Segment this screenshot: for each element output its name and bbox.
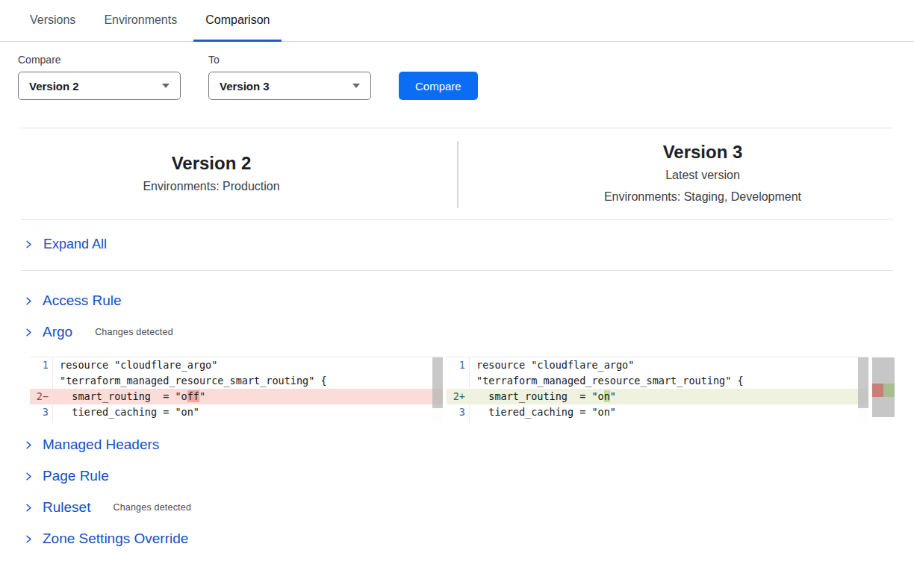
- chevron-right-icon: [24, 503, 34, 513]
- compare-to-field: To Version 3: [208, 54, 371, 100]
- tab-versions[interactable]: Versions: [18, 0, 87, 42]
- sections-list: Access Rule Argo Changes detected 1 reso…: [0, 271, 914, 554]
- added-marker: [883, 384, 895, 397]
- version-right-header: Version 3 Latest version Environments: S…: [457, 141, 893, 207]
- section-title: Page Rule: [43, 468, 109, 484]
- diff-line: 3 tiered_caching = "on": [447, 404, 868, 420]
- diff-overview-ruler[interactable]: [872, 357, 895, 417]
- compare-from-value: Version 2: [29, 80, 79, 93]
- diff-line: "terraform_managed_resource_smart_routin…: [30, 373, 443, 389]
- version-left-title: Version 2: [21, 152, 402, 175]
- compare-from-label: Compare: [18, 54, 181, 66]
- chevron-right-icon: [24, 472, 34, 481]
- version-left-header: Version 2 Environments: Production: [21, 152, 457, 196]
- section-zone-settings-override[interactable]: Zone Settings Override: [21, 523, 914, 554]
- line-code: smart_routing = "on": [470, 389, 616, 404]
- compare-to-label: To: [208, 54, 371, 66]
- line-code: }: [470, 420, 482, 423]
- changes-detected-badge: Changes detected: [95, 327, 173, 337]
- line-number: 1: [447, 357, 470, 373]
- line-code: smart_routing = "off": [53, 389, 205, 404]
- diff-line: 1 resource "cloudflare_argo": [447, 357, 868, 373]
- version-right-environments: Environments: Staging, Development: [512, 187, 893, 207]
- diff-pane-left: 1 resource "cloudflare_argo" "terraform_…: [30, 357, 443, 423]
- version-right-title: Version 3: [512, 141, 893, 163]
- line-code: tiered_caching = "on": [53, 404, 199, 420]
- compare-to-value: Version 3: [220, 80, 270, 93]
- tab-bar: Versions Environments Comparison: [0, 0, 914, 42]
- left-pane-scrollbar[interactable]: [432, 357, 443, 423]
- chevron-right-icon: [24, 240, 34, 249]
- section-managed-headers[interactable]: Managed Headers: [21, 429, 914, 460]
- compare-from-select[interactable]: Version 2: [18, 72, 181, 100]
- expand-all-row: Expand All: [21, 220, 893, 271]
- diff-line: "terraform_managed_resource_smart_routin…: [447, 373, 868, 389]
- diff-line-removed: 2− smart_routing = "off": [30, 389, 443, 404]
- compare-controls: Compare Version 2 To Version 3 Compare: [0, 42, 914, 100]
- expand-all-label: Expand All: [43, 237, 107, 252]
- chevron-down-icon: [162, 84, 170, 88]
- version-right-subtitle: Latest version: [512, 166, 893, 185]
- version-headers: Version 2 Environments: Production Versi…: [21, 128, 893, 220]
- tab-environments[interactable]: Environments: [92, 0, 189, 42]
- scrollbar-thumb[interactable]: [858, 357, 868, 408]
- diff-line: 1 resource "cloudflare_argo": [30, 357, 443, 373]
- tab-comparison[interactable]: Comparison: [193, 0, 282, 42]
- line-code: resource "cloudflare_argo": [470, 357, 634, 373]
- diff-pane-right: 1 resource "cloudflare_argo" "terraform_…: [447, 357, 868, 423]
- line-number: [30, 373, 53, 389]
- compare-button[interactable]: Compare: [399, 72, 478, 100]
- section-title: Argo: [43, 324, 72, 340]
- line-code: "terraform_managed_resource_smart_routin…: [470, 373, 744, 389]
- argo-diff-view: 1 resource "cloudflare_argo" "terraform_…: [30, 357, 914, 423]
- right-pane-scrollbar[interactable]: [858, 357, 868, 423]
- section-page-rule[interactable]: Page Rule: [21, 460, 914, 492]
- line-number: [447, 373, 470, 389]
- line-number: 1: [30, 357, 53, 373]
- version-left-environments: Environments: Production: [21, 177, 402, 196]
- diff-line: }: [30, 420, 443, 423]
- section-access-rule[interactable]: Access Rule: [21, 285, 914, 316]
- line-number: [30, 420, 53, 423]
- vertical-divider: [457, 141, 458, 208]
- chevron-right-icon: [24, 440, 34, 450]
- chevron-down-icon: [352, 84, 360, 88]
- line-number: 3: [30, 404, 53, 420]
- line-number: 2+: [447, 389, 470, 404]
- line-code: tiered_caching = "on": [470, 404, 616, 420]
- section-title: Managed Headers: [43, 437, 159, 453]
- line-number: 3: [447, 404, 470, 420]
- line-code: resource "cloudflare_argo": [53, 357, 217, 373]
- chevron-right-icon: [24, 296, 34, 306]
- diff-line-added: 2+ smart_routing = "on": [447, 389, 868, 404]
- compare-from-field: Compare Version 2: [18, 54, 181, 100]
- section-title: Zone Settings Override: [43, 531, 188, 547]
- chevron-right-icon: [24, 328, 34, 337]
- changes-detected-badge: Changes detected: [113, 502, 191, 513]
- line-code: "terraform_managed_resource_smart_routin…: [53, 373, 327, 389]
- diff-change-marker: [872, 384, 895, 397]
- diff-line: 3 tiered_caching = "on": [30, 404, 443, 420]
- section-title: Ruleset: [43, 499, 90, 516]
- scrollbar-thumb[interactable]: [432, 357, 443, 408]
- line-number: [447, 420, 470, 423]
- section-argo[interactable]: Argo Changes detected: [21, 316, 914, 348]
- line-code: }: [53, 420, 66, 423]
- section-title: Access Rule: [43, 293, 122, 309]
- removed-marker: [872, 384, 883, 397]
- expand-all-button[interactable]: Expand All: [24, 237, 107, 252]
- section-ruleset[interactable]: Ruleset Changes detected: [21, 492, 914, 523]
- compare-to-select[interactable]: Version 3: [208, 72, 371, 100]
- chevron-right-icon: [24, 534, 34, 544]
- diff-line: }: [447, 420, 868, 423]
- line-number: 2−: [30, 389, 53, 404]
